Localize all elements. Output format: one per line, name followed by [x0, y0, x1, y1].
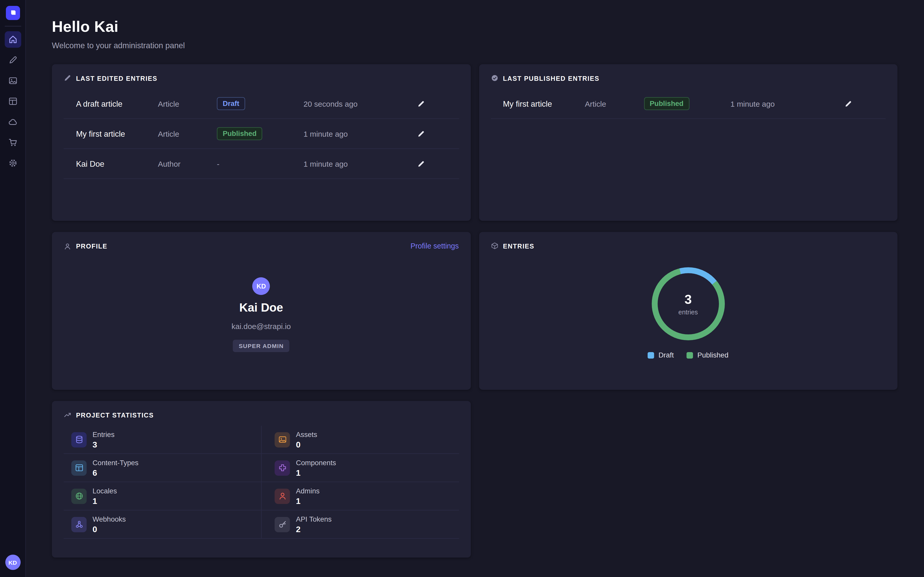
entry-type: Author [158, 159, 217, 168]
profile-settings-link[interactable]: Profile settings [410, 242, 459, 250]
trend-up-icon [64, 411, 71, 419]
last-edited-entries-card: LAST EDITED ENTRIES A draft article Arti… [52, 64, 470, 221]
entry-type: Article [585, 99, 644, 108]
cart-icon [8, 138, 18, 147]
sidebar: KD [0, 0, 26, 577]
check-circle-icon [491, 74, 498, 82]
entries-body: 3 entries Draft Published [479, 250, 897, 359]
card-header: PROJECT STATISTICS [52, 401, 470, 419]
sidebar-item-marketplace[interactable] [4, 134, 21, 150]
stat-label: Components [296, 458, 336, 466]
edit-pencil-icon [417, 130, 425, 137]
sidebar-item-content-manager[interactable] [4, 52, 21, 68]
edit-pencil-icon [844, 100, 852, 108]
entries-count-label: entries [678, 308, 698, 316]
gear-icon [8, 158, 18, 168]
card-header: LAST PUBLISHED ENTRIES [479, 64, 897, 82]
admin-user-icon [275, 488, 290, 504]
page-subtitle: Welcome to your administration panel [52, 41, 898, 50]
role-badge: SUPER ADMIN [233, 340, 289, 352]
stat-value: 1 [296, 468, 336, 477]
status-badge: Published [217, 127, 263, 140]
entry-type: Article [158, 129, 217, 138]
profile-avatar: KD [252, 277, 270, 295]
stat-label: Webhooks [92, 515, 126, 523]
puzzle-icon [275, 460, 290, 475]
last-edited-table: A draft article Article Draft 20 seconds… [64, 89, 459, 179]
sidebar-bottom: KD [5, 555, 21, 570]
entry-time: 1 minute ago [730, 99, 833, 108]
stat-value: 6 [92, 468, 138, 477]
entry-type: Article [158, 99, 217, 108]
entry-time: 1 minute ago [304, 159, 405, 168]
sidebar-item-home[interactable] [4, 31, 21, 48]
sidebar-item-media-library[interactable] [4, 73, 21, 89]
profile-email: kai.doe@strapi.io [231, 322, 291, 331]
edit-entry-button[interactable] [840, 95, 856, 112]
status-badge: - [217, 160, 220, 168]
webhook-icon [71, 517, 87, 532]
entry-title: My first article [503, 99, 585, 108]
card-title: PROJECT STATISTICS [76, 411, 154, 419]
stat-label: Content-Types [92, 458, 138, 466]
cube-icon [491, 242, 498, 250]
legend-label: Draft [658, 351, 674, 359]
layout-icon [71, 460, 87, 475]
status-badge: Published [644, 97, 690, 110]
last-published-table: My first article Article Published 1 min… [491, 89, 885, 119]
stat-value: 1 [92, 496, 117, 506]
card-header: PROFILE Profile settings [52, 232, 470, 250]
last-published-entries-card: LAST PUBLISHED ENTRIES My first article … [479, 64, 897, 221]
stat-label: Locales [92, 487, 117, 495]
media-library-icon [8, 76, 18, 85]
sidebar-item-deploy[interactable] [4, 114, 21, 130]
card-header: ENTRIES [479, 232, 897, 250]
card-title: ENTRIES [503, 242, 535, 250]
stat-entries: Entries 3 [64, 426, 261, 454]
stat-assets: Assets 0 [261, 426, 459, 454]
draft-swatch-icon [648, 352, 654, 358]
table-row: Kai Doe Author - 1 minute ago [64, 149, 459, 179]
entries-card: ENTRIES 3 entries Draft [479, 232, 897, 390]
entry-time: 20 seconds ago [304, 99, 405, 108]
user-avatar[interactable]: KD [5, 555, 21, 570]
page-title: Hello Kai [52, 18, 898, 36]
table-row: A draft article Article Draft 20 seconds… [64, 89, 459, 119]
card-title: LAST PUBLISHED ENTRIES [503, 74, 599, 82]
sidebar-divider [4, 26, 21, 26]
edit-entry-button[interactable] [413, 95, 429, 112]
stats-table: Entries 3 Assets 0 [64, 426, 459, 539]
sidebar-item-content-type-builder[interactable] [4, 93, 21, 110]
edit-entry-button[interactable] [413, 155, 429, 172]
legend-item-draft: Draft [648, 351, 674, 359]
table-row: My first article Article Published 1 min… [64, 119, 459, 149]
published-swatch-icon [687, 352, 693, 358]
project-statistics-card: PROJECT STATISTICS Entries 3 [52, 401, 470, 558]
entry-title: Kai Doe [76, 159, 158, 168]
legend-item-published: Published [687, 351, 729, 359]
stat-content-types: Content-Types 6 [64, 454, 261, 482]
entry-title: A draft article [76, 99, 158, 108]
stat-label: API Tokens [296, 515, 332, 523]
stat-value: 3 [92, 440, 115, 449]
entry-title: My first article [76, 129, 158, 138]
home-icon [8, 35, 18, 44]
stat-label: Entries [92, 430, 115, 438]
status-badge: Draft [217, 97, 245, 110]
edit-pencil-icon [417, 100, 425, 108]
strapi-logo[interactable] [6, 6, 20, 20]
chart-legend: Draft Published [648, 351, 729, 359]
user-icon [64, 242, 71, 250]
card-title: LAST EDITED ENTRIES [76, 74, 157, 82]
database-icon [71, 432, 87, 447]
main-content: Hello Kai Welcome to your administration… [26, 0, 924, 577]
stat-value: 1 [296, 496, 320, 506]
profile-name: Kai Doe [239, 301, 283, 314]
sidebar-item-settings[interactable] [4, 155, 21, 171]
card-header: LAST EDITED ENTRIES [52, 64, 470, 82]
pencil-icon [64, 74, 71, 82]
cloud-icon [8, 117, 18, 127]
profile-card: PROFILE Profile settings KD Kai Doe kai.… [52, 232, 470, 390]
edit-entry-button[interactable] [413, 126, 429, 142]
stat-value: 0 [296, 440, 317, 449]
